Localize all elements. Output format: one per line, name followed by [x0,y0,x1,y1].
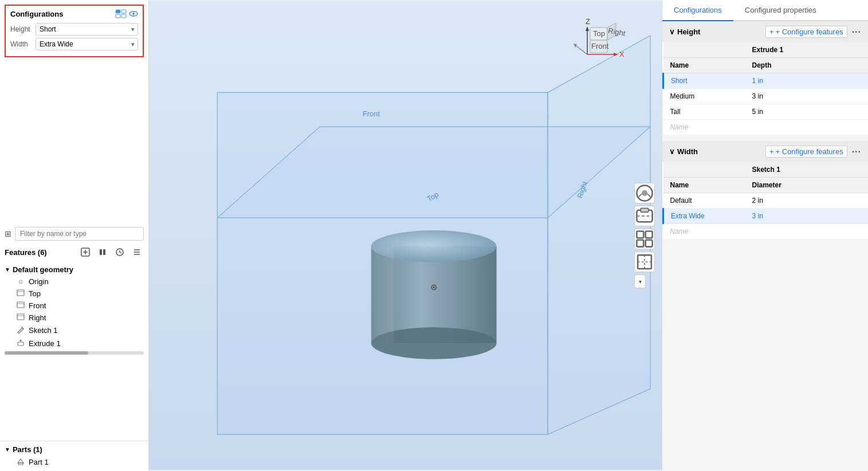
width-more-btn[interactable]: ··· [852,147,861,157]
svg-rect-17 [17,290,24,296]
grid-btn[interactable] [634,229,655,249]
clock-btn[interactable] [113,245,127,259]
height-more-btn[interactable]: ··· [852,27,861,37]
front-item[interactable]: Front [0,300,148,312]
svg-rect-60 [637,240,643,247]
height-select-wrapper[interactable]: Short Medium Tall [36,23,138,36]
clock-icon [116,248,124,256]
height-short-depth: 1 in [745,73,869,89]
parts-label: Parts (1) [13,445,42,454]
sketch1-label: Sketch 1 [29,326,58,335]
pause-icon [99,248,107,256]
height-section: ∨ Height + + Configure features ··· Extr… [662,21,868,135]
svg-text:Top: Top [593,29,605,38]
plane-icon-right [16,313,25,322]
extrude1-item[interactable]: Extrude 1 [0,337,148,350]
height-chevron-icon: ∨ [669,28,675,36]
pause-btn[interactable] [96,245,109,259]
front-label: Front [29,301,46,310]
origin-label: Origin [29,277,49,286]
orientation-svg: Z X Top Front Right [570,11,627,69]
add-square-btn[interactable] [78,245,92,259]
width-row-default[interactable]: Default 2 in [663,193,869,209]
width-label: Width [10,40,36,48]
top-item[interactable]: Top [0,288,148,300]
width-row-new[interactable]: Name [663,224,869,240]
width-configure-label: + Configure features [776,147,843,156]
default-geometry-label: Default geometry [13,265,73,274]
height-row-tall[interactable]: Tall 5 in [663,104,869,120]
height-extrude-col-header: Extrude 1 [745,42,869,58]
svg-rect-59 [646,231,653,238]
svg-text:X: X [619,50,625,58]
viewport[interactable]: Front Top Right Z X [149,0,662,471]
svg-rect-35 [371,246,394,343]
height-section-title: ∨ Height [669,28,765,36]
height-row-new[interactable]: Name [663,120,869,135]
extrude-icon [16,339,25,348]
right-item[interactable]: Right [0,312,148,324]
height-select[interactable]: Short Medium Tall [36,23,138,36]
height-new-name-placeholder: Name [663,120,745,135]
height-title-text: Height [677,28,700,36]
width-name-subheader: Name [663,178,745,193]
section-btn[interactable] [634,206,655,226]
svg-marker-43 [614,53,618,56]
height-row-short[interactable]: Short 1 in [663,73,869,89]
height-section-actions: + + Configure features ··· [765,26,861,38]
sketch1-item[interactable]: Sketch 1 [0,324,148,337]
dimension-icon [635,252,654,272]
spacer [0,62,148,222]
tab-configurations[interactable]: Configurations [662,0,733,21]
left-panel: Configurations Height Short Medi [0,0,149,471]
width-sketch-col-header: Sketch 1 [745,162,869,178]
width-diameter-subheader: Diameter [745,178,869,193]
svg-marker-40 [586,26,589,31]
filter-input[interactable] [15,227,144,241]
height-short-name: Short [663,73,745,89]
height-row-medium[interactable]: Medium 3 in [663,89,869,104]
width-configure-btn[interactable]: + + Configure features [765,146,847,158]
svg-rect-0 [116,10,120,13]
add-square-icon [81,248,90,257]
dimension-btn[interactable] [634,252,655,272]
scroll-track [5,351,144,355]
width-section: ∨ Width + + Configure features ··· Sketc… [662,141,868,240]
features-toolbar: Features (6) [0,243,148,261]
height-configure-btn[interactable]: + + Configure features [765,26,847,38]
height-new-depth [745,120,869,135]
width-section-actions: + + Configure features ··· [765,146,861,158]
width-extrawide-name: Extra Wide [663,209,745,224]
features-label: Features (6) [5,248,75,257]
viewport-toolbar: ▾ [634,183,655,288]
height-config-table: Extrude 1 Name Depth Short 1 in Medium 3… [662,42,868,135]
width-chevron-icon: ∨ [669,147,675,156]
material-btn[interactable] [634,183,655,203]
svg-line-45 [575,45,587,54]
scroll-thumb [5,351,88,355]
width-select-wrapper[interactable]: Default Extra Wide [36,38,138,50]
filter-area: ⊞ [0,222,148,243]
view-dropdown-btn[interactable]: ▾ [634,274,646,288]
width-new-diameter [745,224,869,240]
configurations-box: Configurations Height Short Medi [5,5,144,57]
orientation-cube[interactable]: Z X Top Front Right [570,11,627,69]
svg-rect-19 [17,302,24,308]
svg-rect-27 [18,463,23,465]
width-section-header: ∨ Width + + Configure features ··· [662,141,868,162]
config-icon [115,9,127,18]
height-depth-subheader: Depth [745,58,869,73]
width-config-table: Sketch 1 Name Diameter Default 2 in Extr… [662,162,868,240]
part1-item[interactable]: Part 1 [0,456,148,469]
width-select[interactable]: Default Extra Wide [36,38,138,50]
parts-group[interactable]: ▼ Parts (1) [0,443,148,456]
list-btn[interactable] [130,245,144,259]
svg-point-5 [132,13,135,15]
svg-rect-21 [17,314,24,320]
right-label: Right [29,313,46,322]
width-row-extrawide[interactable]: Extra Wide 3 in [663,209,869,224]
default-geometry-group[interactable]: ▼ Default geometry [0,264,148,276]
origin-item[interactable]: ⊙ Origin [0,276,148,288]
filter-icon: ⊞ [5,229,11,238]
tab-configured-properties[interactable]: Configured properties [733,0,828,21]
